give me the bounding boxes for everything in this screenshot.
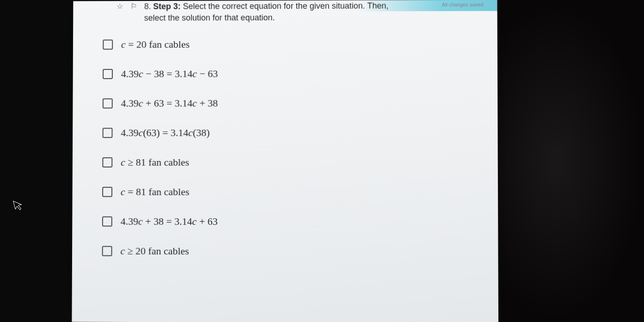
options-list: c = 20 fan cables 4.39c − 38 = 3.14c − 6… bbox=[102, 38, 218, 275]
option-text-5: c ≥ 81 fan cables bbox=[121, 156, 189, 168]
checkbox-option-8[interactable] bbox=[102, 246, 112, 256]
option-text-8: c ≥ 20 fan cables bbox=[120, 245, 189, 257]
option-row: 4.39c + 63 = 3.14c + 38 bbox=[103, 97, 218, 109]
save-status-text: All changes saved bbox=[442, 2, 484, 7]
question-body-line2: select the solution for that equation. bbox=[144, 12, 389, 23]
question-body-line1: Select the correct equation for the give… bbox=[181, 1, 389, 11]
option-row: c ≥ 20 fan cables bbox=[102, 245, 218, 257]
checkbox-option-3[interactable] bbox=[103, 99, 113, 109]
option-row: c ≥ 81 fan cables bbox=[102, 156, 218, 168]
option-text-4: 4.39c(63) = 3.14c(38) bbox=[121, 127, 209, 139]
checkbox-option-2[interactable] bbox=[103, 69, 113, 79]
option-row: 4.39c + 38 = 3.14c + 63 bbox=[102, 216, 218, 228]
dark-background-right bbox=[497, 0, 644, 322]
option-text-2: 4.39c − 38 = 3.14c − 63 bbox=[121, 68, 218, 80]
checkbox-option-5[interactable] bbox=[102, 157, 112, 167]
question-header: ☆ ⚐ 8. Step 3: Select the correct equati… bbox=[117, 1, 388, 23]
checkbox-option-1[interactable] bbox=[103, 39, 113, 50]
option-text-7: 4.39c + 38 = 3.14c + 63 bbox=[121, 216, 218, 228]
option-row: c = 20 fan cables bbox=[103, 38, 218, 50]
checkbox-option-4[interactable] bbox=[103, 128, 113, 138]
question-text-block: 8. Step 3: Select the correct equation f… bbox=[144, 1, 389, 23]
option-text-1: c = 20 fan cables bbox=[121, 38, 190, 50]
question-number: 8. bbox=[144, 2, 151, 11]
option-row: c = 81 fan cables bbox=[102, 186, 218, 198]
checkbox-option-7[interactable] bbox=[102, 217, 112, 227]
option-row: 4.39c(63) = 3.14c(38) bbox=[103, 127, 218, 139]
cursor-icon bbox=[12, 198, 25, 215]
option-text-3: 4.39c + 63 = 3.14c + 38 bbox=[121, 97, 218, 109]
star-icon[interactable]: ☆ bbox=[117, 2, 126, 11]
flag-icon[interactable]: ⚐ bbox=[130, 2, 140, 11]
quiz-screen: All changes saved ☆ ⚐ 8. Step 3: Select … bbox=[72, 0, 498, 322]
option-text-6: c = 81 fan cables bbox=[121, 186, 190, 198]
option-row: 4.39c − 38 = 3.14c − 63 bbox=[103, 68, 218, 80]
checkbox-option-6[interactable] bbox=[102, 187, 112, 197]
question-step-title: Step 3: bbox=[153, 2, 181, 11]
